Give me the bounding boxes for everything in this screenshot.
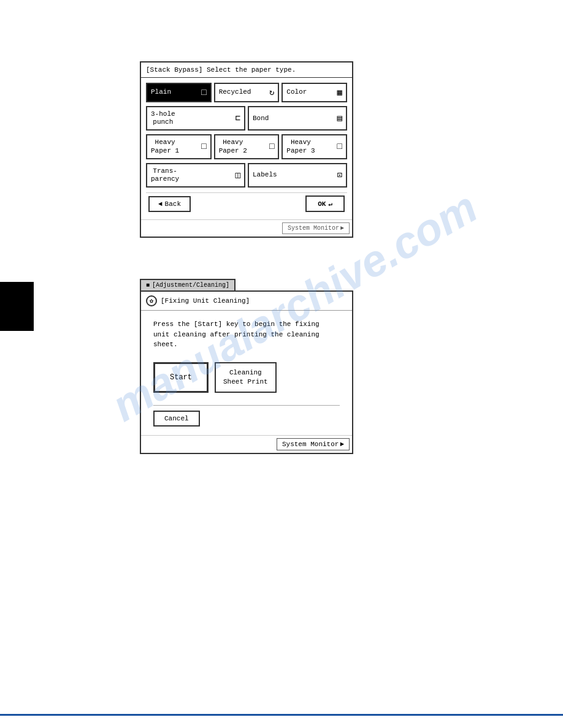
dialog2-message: Press the [Start] key to begin the fixin… [153,319,340,350]
paper-type-row2: 3-holepunch ⊏ Bond ▤ [146,106,347,131]
sysmon-button-2[interactable]: System Monitor ► [277,438,350,450]
cleaning-btn-label: CleaningSheet Print [223,369,268,385]
dialog2-title-text: [Fixing Unit Cleaning] [161,297,250,305]
ok-button[interactable]: OK ↵ [305,195,345,212]
cancel-button[interactable]: Cancel [153,411,200,427]
dialog1-sysmon-bar: System Monitor ► [141,219,352,237]
dialog1-footer: ◄ Back OK ↵ [146,192,347,214]
ok-arrow-icon: ↵ [328,200,332,208]
back-button[interactable]: ◄ Back [148,196,191,212]
sysmon-label-2: System Monitor [282,441,339,448]
fixing-unit-cleaning-wrapper: ■ [Adjustment/Cleaning] ✿ [Fixing Unit C… [140,279,353,454]
heavy2-icon: □ [269,142,274,152]
paper-btn-heavy3[interactable]: HeavyPaper 3 □ [282,134,347,159]
dialog1-content: Plain □ Recycled ↻ Color ▦ 3-holepunch ⊏ [141,78,352,219]
heavy3-icon: □ [337,142,342,152]
fixing-unit-cleaning-dialog: ✿ [Fixing Unit Cleaning] Press the [Star… [140,290,353,454]
dialog2-sysmon-bar: System Monitor ► [141,435,352,453]
dialog2-title-bar: ✿ [Fixing Unit Cleaning] [141,292,352,311]
bond-icon: ▤ [337,113,342,124]
paper-btn-plain[interactable]: Plain □ [146,83,212,102]
heavy1-label: HeavyPaper 1 [151,138,179,154]
plain-icon: □ [201,88,206,98]
3hole-icon: ⊏ [236,113,240,124]
recycled-label: Recycled [219,88,251,96]
dialog2-divider [153,405,340,406]
paper-btn-3hole[interactable]: 3-holepunch ⊏ [146,106,245,131]
paper-type-row1: Plain □ Recycled ↻ Color ▦ [146,83,347,102]
bottom-line [0,714,563,716]
dialog2-title-icon: ✿ [146,295,157,306]
tab-label: [Adjustment/Cleaning] [152,282,229,289]
sysmon-label-1: System Monitor [288,225,339,232]
paper-btn-heavy1[interactable]: HeavyPaper 1 □ [146,134,212,159]
start-button[interactable]: Start [153,362,209,393]
labels-label: Labels [253,171,277,179]
paper-btn-bond[interactable]: Bond ▤ [248,106,347,131]
transparency-label: Trans-parency [151,167,179,183]
sysmon-arrow-icon-2: ► [340,441,344,448]
page-container: manualarchive.com [Stack Bypass] Select … [0,0,563,728]
paper-btn-transparency[interactable]: Trans-parency ◫ [146,163,245,188]
paper-btn-heavy2[interactable]: HeavyPaper 2 □ [214,134,280,159]
heavy1-icon: □ [201,142,206,152]
tab-icon: ■ [146,282,150,289]
heavy2-label: HeavyPaper 2 [219,138,247,154]
paper-btn-recycled[interactable]: Recycled ↻ [214,83,280,102]
back-arrow-icon: ◄ [158,200,163,208]
dialog1-title: [Stack Bypass] Select the paper type. [141,63,352,78]
plain-label: Plain [151,88,171,96]
paper-type-row3: HeavyPaper 1 □ HeavyPaper 2 □ HeavyPaper… [146,134,347,159]
paper-btn-labels[interactable]: Labels ⊡ [248,163,347,188]
color-label: Color [286,88,307,96]
left-sidebar [0,282,34,331]
dialog2-body: Press the [Start] key to begin the fixin… [141,311,352,435]
color-icon: ▦ [337,88,342,98]
sysmon-button-1[interactable]: System Monitor ► [282,222,350,234]
dialog2-tab[interactable]: ■ [Adjustment/Cleaning] [140,279,236,290]
back-label: Back [165,200,181,208]
bond-label: Bond [253,115,269,123]
sysmon-arrow-icon-1: ► [340,225,344,232]
dialog2-action-buttons: Start CleaningSheet Print [153,362,340,393]
stack-bypass-dialog: [Stack Bypass] Select the paper type. Pl… [140,61,353,238]
message-text: Press the [Start] key to begin the fixin… [153,320,320,348]
cleaning-sheet-print-button[interactable]: CleaningSheet Print [215,362,277,393]
recycled-icon: ↻ [269,88,274,98]
heavy3-label: HeavyPaper 3 [286,138,315,154]
labels-icon: ⊡ [337,170,342,181]
transparency-icon: ◫ [236,170,240,181]
3hole-label: 3-holepunch [151,110,175,126]
title-icon-symbol: ✿ [150,297,153,305]
ok-label: OK [318,200,326,208]
paper-type-row4: Trans-parency ◫ Labels ⊡ [146,163,347,188]
paper-btn-color[interactable]: Color ▦ [282,83,347,102]
